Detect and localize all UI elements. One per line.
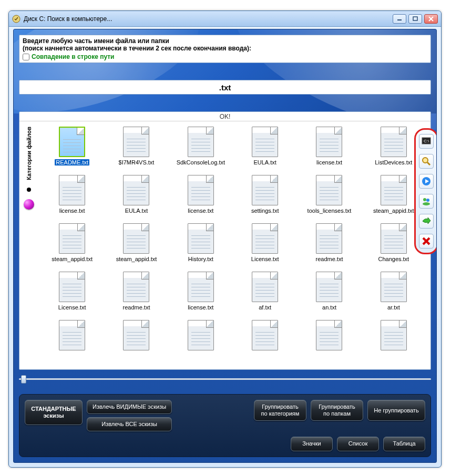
file-item[interactable]: tools_licenses.txt [299, 175, 360, 214]
maximize-button[interactable] [408, 14, 422, 24]
file-label: License.txt [251, 256, 279, 262]
file-item[interactable]: license.txt [42, 175, 102, 214]
svg-point-11 [423, 198, 426, 201]
search-input[interactable] [19, 83, 430, 92]
file-item[interactable] [106, 320, 167, 353]
file-label: tools_licenses.txt [308, 208, 352, 214]
file-label: license.txt [188, 208, 213, 214]
console-tool-button[interactable]: C:\ [419, 134, 434, 149]
match-path-label[interactable]: Совпадение в строке пути [32, 53, 114, 60]
file-item[interactable]: settings.txt [234, 175, 295, 214]
window-title: Диск С: Поиск в компьютере... [24, 15, 393, 23]
text-file-icon [316, 127, 342, 157]
file-item[interactable] [299, 320, 360, 353]
arrow-right-icon [422, 217, 431, 225]
file-item[interactable]: ar.txt [363, 272, 424, 311]
close-button[interactable] [424, 14, 438, 24]
text-file-icon [123, 175, 149, 205]
file-item[interactable]: an.txt [299, 272, 360, 311]
delete-tool-button[interactable] [419, 234, 434, 249]
file-item[interactable]: readme.txt [299, 223, 360, 262]
file-item[interactable]: EULA.txt [106, 175, 167, 214]
category-orb-icon[interactable] [24, 199, 34, 210]
file-item[interactable]: steam_appid.txt [106, 223, 167, 262]
text-file-icon [316, 272, 342, 302]
table-view-button[interactable]: Таблица [383, 437, 425, 451]
no-group-button[interactable]: Не группировать [367, 400, 425, 421]
file-label: SdkConsoleLog.txt [177, 159, 225, 165]
text-file-icon [123, 272, 149, 302]
file-item[interactable] [363, 320, 424, 353]
file-label: $I7MR4VS.txt [119, 159, 155, 165]
users-icon [422, 196, 431, 206]
text-file-icon [123, 223, 149, 254]
file-item[interactable]: History.txt [170, 223, 231, 262]
files-view[interactable]: README.txt$I7MR4VS.txtSdkConsoleLog.txtE… [38, 123, 427, 367]
client-area: Введите любую часть имени файла или папк… [13, 29, 437, 463]
extract-all-button[interactable]: Извлечь ВСЕ эскизы [87, 417, 172, 431]
right-toolbar: C:\ [414, 128, 437, 254]
file-label: license.txt [188, 304, 213, 311]
zoom-slider-thumb[interactable] [21, 375, 26, 384]
play-tool-button[interactable] [419, 174, 434, 189]
file-item[interactable]: steam_appid.txt [42, 223, 102, 262]
text-file-icon [188, 320, 214, 350]
list-view-button[interactable]: Список [337, 437, 379, 451]
match-path-checkbox[interactable] [23, 54, 29, 60]
file-label: ar.txt [387, 304, 400, 311]
file-label: an.txt [322, 304, 336, 311]
text-file-icon [252, 127, 278, 157]
file-label: README.txt [55, 159, 89, 165]
file-item[interactable]: License.txt [234, 223, 295, 262]
file-item[interactable]: License.txt [42, 272, 102, 311]
file-item[interactable]: readme.txt [106, 272, 167, 311]
standard-thumbs-button[interactable]: СТАНДАРТНЫЕ эскизы [25, 400, 83, 425]
icons-view-button[interactable]: Значки [291, 437, 333, 451]
file-item[interactable]: af.txt [234, 272, 295, 311]
text-file-icon [59, 320, 85, 350]
file-item[interactable] [42, 320, 102, 353]
search-hint-box: Введите любую часть имени файла или папк… [19, 35, 431, 63]
file-item[interactable]: $I7MR4VS.txt [106, 127, 167, 165]
left-sidebar: Категории файлов [20, 123, 37, 367]
file-item[interactable] [170, 320, 231, 353]
search-tool-button[interactable] [419, 154, 434, 169]
file-item[interactable]: EULA.txt [234, 127, 295, 165]
group-by-folders-button[interactable]: Группировать по папкам [311, 400, 363, 421]
file-label: Changes.txt [378, 256, 409, 262]
text-file-icon [252, 272, 278, 302]
file-label: license.txt [316, 159, 342, 165]
file-item[interactable]: license.txt [170, 175, 231, 214]
zoom-slider[interactable] [19, 374, 431, 384]
text-file-icon [381, 272, 407, 302]
text-file-icon [123, 320, 149, 350]
text-file-icon [59, 272, 85, 302]
categories-tab-label[interactable]: Категории файлов [26, 127, 32, 180]
search-hint-line1: Введите любую часть имени файла или папк… [23, 37, 427, 45]
share-tool-button[interactable] [419, 214, 434, 229]
file-item[interactable]: license.txt [170, 272, 231, 311]
text-file-icon [59, 127, 85, 157]
titlebar: Диск С: Поиск в компьютере... [9, 11, 441, 27]
console-icon: C:\ [422, 137, 431, 146]
text-file-icon [316, 320, 342, 350]
text-file-icon [252, 223, 278, 254]
file-item[interactable]: README.txt [42, 127, 102, 165]
file-label: History.txt [188, 256, 213, 262]
file-label: steam_appid.txt [116, 256, 157, 262]
file-item[interactable]: SdkConsoleLog.txt [170, 127, 231, 165]
status-label: OK! [19, 112, 430, 121]
file-label: af.txt [259, 304, 271, 311]
text-file-icon [252, 175, 278, 205]
svg-line-8 [427, 162, 430, 165]
file-label: steam_appid.txt [373, 208, 414, 214]
group-by-categories-button[interactable]: Группировать по категориям [254, 400, 306, 421]
users-tool-button[interactable] [419, 194, 434, 209]
minimize-button[interactable] [393, 14, 406, 24]
file-label: EULA.txt [253, 159, 276, 165]
file-item[interactable]: license.txt [299, 127, 360, 165]
extract-visible-button[interactable]: Извлечь ВИДИМЫЕ эскизы [87, 400, 172, 414]
delete-icon [422, 237, 430, 245]
file-item[interactable] [234, 320, 295, 353]
play-icon [422, 177, 431, 186]
